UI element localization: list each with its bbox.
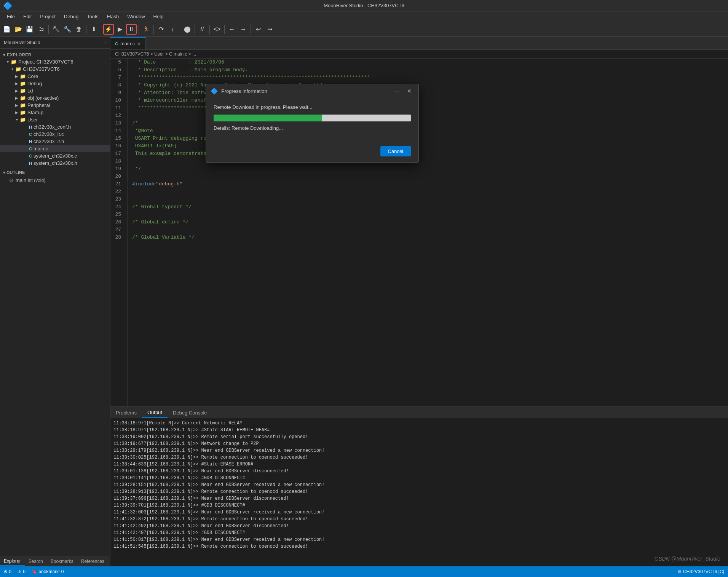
it-c-label: ch32v30x_it.c xyxy=(34,131,64,137)
ld-label: Ld xyxy=(27,88,33,94)
toggle-comment-toolbar-btn[interactable]: // xyxy=(197,24,208,35)
forward-toolbar-btn[interactable]: → xyxy=(238,24,249,35)
menu-item-debug[interactable]: Debug xyxy=(60,13,82,21)
log-line-11: 11:39:37:696[192.168.239.1 N]>> Near end… xyxy=(113,495,725,502)
tab-debug-console[interactable]: Debug Console xyxy=(168,407,212,418)
log-line-14: 11:41:32:872[192.168.239.1 N]>> Remote c… xyxy=(113,516,725,523)
save-toolbar-btn[interactable]: 💾 xyxy=(24,24,35,35)
folder-obj[interactable]: ▶ 📁 obj (on-active) xyxy=(0,94,110,102)
menu-bar: FileEditProjectDebugToolsFlashWindowHelp xyxy=(0,11,728,22)
progress-dialog: 🔷 Progress Information ─ ✕ Remote Downlo… xyxy=(206,84,419,163)
ln-10: 10 xyxy=(110,97,124,104)
folder-startup[interactable]: ▶ 📁 Startup xyxy=(0,109,110,116)
debug-flash-toolbar-btn[interactable]: ⚡ xyxy=(103,24,114,35)
folder-user[interactable]: ▾ 📁 User xyxy=(0,116,110,123)
step-into-toolbar-btn[interactable]: ↓ xyxy=(167,24,178,35)
code-line-27 xyxy=(132,226,723,234)
menu-item-project[interactable]: Project xyxy=(36,13,59,21)
step-over-toolbar-btn[interactable]: ↷ xyxy=(156,24,166,35)
status-bar: ⊗ 0 ⚠ 0 🔖 bookmark: 0 🖥 CH32V307VCT6 [C] xyxy=(0,566,728,577)
sidebar: MounRiver Studio ··· ▾ EXPLORER ▾ 📁 Proj… xyxy=(0,37,110,566)
main-c-icon: C xyxy=(29,147,32,151)
menu-item-tools[interactable]: Tools xyxy=(83,13,102,21)
ln-18: 18 xyxy=(110,158,124,165)
file-conf-h[interactable]: H ch32v30x_conf.h xyxy=(0,123,110,131)
watermark: CSDN @MounRiver_Studio xyxy=(655,556,720,562)
cancel-button[interactable]: Cancel xyxy=(380,146,411,156)
debug-resume-toolbar-btn[interactable]: ▶ xyxy=(115,24,125,35)
obj-arrow: ▶ xyxy=(14,96,20,100)
ln-24: 24 xyxy=(110,203,124,211)
folder-peripheral[interactable]: ▶ 📁 Peripheral xyxy=(0,102,110,109)
menu-item-edit[interactable]: Edit xyxy=(19,13,35,21)
dialog-minimize-btn[interactable]: ─ xyxy=(393,87,402,95)
project-arrow: ▾ xyxy=(5,60,11,64)
debug-pause-toolbar-btn[interactable]: ⏸ xyxy=(126,24,137,35)
new-file-toolbar-btn[interactable]: 📄 xyxy=(2,24,12,35)
file-it-c[interactable]: C ch32v30x_it.c xyxy=(0,131,110,138)
log-line-17: 11:41:50:817[192.168.239.1 N]>> Near end… xyxy=(113,536,725,543)
tab-main-c[interactable]: C main.c ✕ xyxy=(110,37,146,49)
sidebar-tab-explorer[interactable]: Explorer xyxy=(0,557,25,566)
tab-close-btn[interactable]: ✕ xyxy=(137,41,141,46)
sidebar-tab-search[interactable]: Search xyxy=(25,557,47,566)
sidebar-bottom-tabs: Explorer Search Bookmarks References xyxy=(0,556,110,566)
clean-toolbar-btn[interactable]: 🗑 xyxy=(73,24,84,35)
file-system-h[interactable]: H system_ch32v30x.h xyxy=(0,159,110,167)
outline-main[interactable]: ⊙ main int (void) xyxy=(0,177,110,184)
build-toolbar-btn[interactable]: 🔨 xyxy=(51,24,61,35)
save-all-toolbar-btn[interactable]: 🗂 xyxy=(36,24,46,35)
redo-toolbar-btn[interactable]: ↪ xyxy=(264,24,275,35)
log-line-10: 11:39:28:913[192.168.239.1 N]>> Remote c… xyxy=(113,488,725,495)
rebuild-toolbar-btn[interactable]: 🔧 xyxy=(62,24,73,35)
open-toolbar-btn[interactable]: 📂 xyxy=(13,24,24,35)
ln-13: 13 xyxy=(110,120,124,127)
it-h-label: ch32v30x_it.h xyxy=(34,139,64,144)
dialog-footer: Cancel xyxy=(206,143,418,163)
toolbar: 📄📂💾🗂🔨🔧🗑⬇⚡▶⏸🏃↷↓⬤//<>←→↩↪ xyxy=(0,22,728,37)
folder-core[interactable]: ▶ 📁 Core xyxy=(0,73,110,80)
explorer-label: ▾ EXPLORER xyxy=(0,50,110,58)
debug-arrow: ▶ xyxy=(14,81,20,86)
ln-28: 28 xyxy=(110,234,124,241)
file-it-h[interactable]: H ch32v30x_it.h xyxy=(0,138,110,145)
file-system-c[interactable]: C system_ch32v30x.c xyxy=(0,152,110,159)
menu-item-window[interactable]: Window xyxy=(123,13,148,21)
panel-content[interactable]: 11:38:18:971[Remote N]>> Current Network… xyxy=(110,418,728,566)
sidebar-tab-bookmarks[interactable]: Bookmarks xyxy=(47,557,77,566)
run-toolbar-btn[interactable]: 🏃 xyxy=(141,24,152,35)
code-editor[interactable]: 5 6 7 8 9 10 11 12 13 14 15 16 17 18 19 … xyxy=(110,59,728,406)
ln-7: 7 xyxy=(110,74,124,81)
sep2-separator xyxy=(86,25,86,34)
folder-debug[interactable]: ▶ 📁 Debug xyxy=(0,80,110,87)
ln-12: 12 xyxy=(110,112,124,120)
menu-item-help[interactable]: Help xyxy=(150,13,168,21)
tab-output[interactable]: Output xyxy=(142,407,168,418)
ln-20: 20 xyxy=(110,173,124,180)
breakpoint-toolbar-btn[interactable]: ⬤ xyxy=(182,24,193,35)
download-toolbar-btn[interactable]: ⬇ xyxy=(88,24,99,35)
log-line-6: 11:38:44:639[192.168.239.1 N]>> #State:E… xyxy=(113,461,725,468)
dialog-close-btn[interactable]: ✕ xyxy=(405,87,414,95)
dialog-logo: 🔷 xyxy=(211,88,218,95)
ch32-root[interactable]: ▾ 📁 CH32V307VCT6 xyxy=(0,65,110,73)
ln-22: 22 xyxy=(110,188,124,196)
outline-header[interactable]: ▾ OUTLINE xyxy=(0,169,110,177)
sidebar-more-icon[interactable]: ··· xyxy=(102,40,106,45)
project-root[interactable]: ▾ 📁 Project: CH32V307VCT6 xyxy=(0,58,110,65)
undo-toolbar-btn[interactable]: ↩ xyxy=(253,24,263,35)
breadcrumb: CH32V307VCT6 > User > C main.c > ... xyxy=(110,50,728,59)
menu-item-file[interactable]: File xyxy=(3,13,19,21)
tab-problems[interactable]: Problems xyxy=(110,407,142,418)
back-toolbar-btn[interactable]: ← xyxy=(227,24,237,35)
file-main-c[interactable]: C main.c xyxy=(0,145,110,152)
outline-fn-icon: ⊙ xyxy=(9,177,13,183)
menu-item-flash[interactable]: Flash xyxy=(103,13,123,21)
bottom-panel: Problems Output Debug Console 11:38:18:9… xyxy=(110,406,728,566)
sep9-separator xyxy=(224,25,225,34)
sidebar-tab-references[interactable]: References xyxy=(77,557,108,566)
sep3-separator xyxy=(101,25,101,34)
code-view-toolbar-btn[interactable]: <> xyxy=(212,24,222,35)
folder-ld[interactable]: ▶ 📁 Ld xyxy=(0,87,110,94)
sidebar-content: ▾ EXPLORER ▾ 📁 Project: CH32V307VCT6 ▾ 📁… xyxy=(0,49,110,566)
